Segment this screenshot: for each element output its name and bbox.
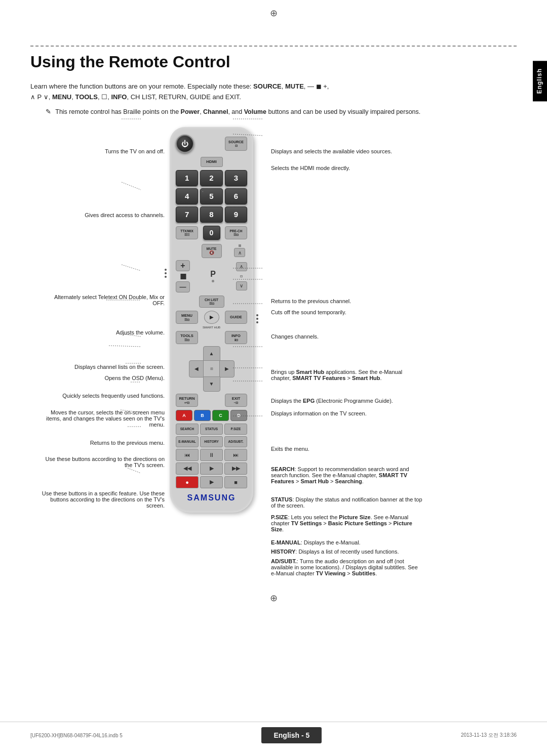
return-label: RETURN <box>179 396 194 401</box>
annotation-history-desc: HISTORY: Displays a list of recently use… <box>271 549 423 555</box>
vol-plus-button[interactable]: + <box>176 260 190 271</box>
annotation-volume: Adjusts the volume. <box>63 329 165 335</box>
center-nav-button[interactable]: ▶ <box>204 311 219 324</box>
dpad-left-button[interactable]: ◀ <box>189 360 204 377</box>
search-button[interactable]: SEARCH <box>176 424 199 435</box>
hdmi-button[interactable]: HDMI <box>201 157 223 167</box>
prech-button[interactable]: PRE-CH ☰⊡ <box>225 226 247 239</box>
annotation-ch-change-text: Changes channels. <box>271 333 382 340</box>
func-row-1: SEARCH STATUS P.SIZE <box>176 424 247 435</box>
ch-up-button[interactable]: ∧ <box>234 248 245 257</box>
skip-fwd-button[interactable]: ⏭ <box>224 449 247 461</box>
tools-icon: ☰⊡ <box>184 338 189 342</box>
dpad-down-button[interactable]: ▼ <box>203 376 220 392</box>
num-7-button[interactable]: 7 <box>176 206 198 223</box>
intro-ch-icons: ∧ P ∨ <box>30 93 49 101</box>
num-4-button[interactable]: 4 <box>176 188 198 204</box>
num-0-button[interactable]: 0 <box>203 226 220 240</box>
num-8-button[interactable]: 8 <box>200 206 222 223</box>
mute-row: MUTE 🔇 ∧ <box>176 244 247 258</box>
intro-plus: +, <box>322 82 329 90</box>
return-exit-row: RETURN ↩⊡ EXIT −⊡ <box>176 394 247 407</box>
num-5-button[interactable]: 5 · <box>200 188 222 204</box>
exit-button[interactable]: EXIT −⊡ <box>225 394 247 407</box>
ff-button[interactable]: ▶▶ <box>224 463 247 475</box>
menu-guide-row: MENU ☰⊡ ▶ GUIDE <box>176 311 247 324</box>
media-row-2: ◀◀ ▶ ▶▶ <box>176 463 247 475</box>
psize-button[interactable]: P.SIZE <box>224 424 247 435</box>
ch-up2-button[interactable]: ∧ <box>236 262 247 271</box>
menu-button[interactable]: MENU ☰⊡ <box>176 311 198 324</box>
play-button[interactable]: ▶ <box>200 463 223 475</box>
tools-button[interactable]: TOOLS ☰⊡ <box>176 331 198 344</box>
annotation-psize-desc-text: P.SIZE: Lets you select the Picture Size… <box>271 514 423 532</box>
volume-area: + ◼ — P ∧ ⊡ ∨ <box>176 260 247 292</box>
color-d-button[interactable]: D <box>230 410 247 421</box>
annotation-mute: Cuts off the sound temporarily. <box>271 309 403 315</box>
history-button[interactable]: HISTORY <box>200 436 223 447</box>
emanual-button[interactable]: E-MANUAL <box>176 436 199 447</box>
annotation-search-desc: SEARCH: Support to recommendation search… <box>271 466 423 484</box>
color-buttons-row: A B C D <box>176 410 247 421</box>
dot-l3 <box>165 276 167 278</box>
registration-mark: ⊕ <box>270 8 278 18</box>
chlist-button[interactable]: CH LIST ☰⊡ <box>199 296 224 308</box>
tools-info-row: TOOLS ☰⊡ INFO ℹ⊡ <box>176 331 247 344</box>
basic-picture-bold: Basic Picture Settings <box>328 520 387 526</box>
dot-l1 <box>165 269 167 271</box>
remote-control: ⏻ SOURCE ⊡ HDMI 1 2 3 <box>170 127 253 513</box>
dpad-right-button[interactable]: ▶ <box>219 360 235 377</box>
note-icon: ✎ <box>46 108 51 115</box>
rew-button[interactable]: ◀◀ <box>176 463 199 475</box>
num-9-button[interactable]: 9 <box>225 206 247 223</box>
dot-indicator <box>239 244 241 247</box>
source-button[interactable]: SOURCE ⊡ <box>225 137 247 151</box>
adsubt-button[interactable]: AD/SUBT. <box>224 436 247 447</box>
annotation-special-btns: Use these buttons in a specific feature.… <box>38 490 165 509</box>
annotation-chlist-text: Displays channel lists on the screen. <box>46 364 165 370</box>
num-2-button[interactable]: 2 <box>200 170 222 186</box>
annotation-exit: Exits the menu. <box>271 446 382 452</box>
number-pad: 1 2 3 4 5 · 6 7 8 9 <box>176 170 247 223</box>
page-title: Using the Remote Control <box>30 53 517 71</box>
num-1-button[interactable]: 1 <box>176 170 198 186</box>
ttx-button[interactable]: TTX/MIX ☰☷ <box>176 226 198 239</box>
annotation-psize-desc: P.SIZE: Lets you select the Picture Size… <box>271 514 423 532</box>
dpad-center-button[interactable]: ⊞ <box>203 360 220 377</box>
pause-button[interactable]: ⏸ <box>200 449 223 461</box>
stop-button[interactable]: ■ <box>224 476 247 488</box>
intro-menu: , <box>49 93 52 101</box>
num-6-button[interactable]: 6 <box>225 188 247 204</box>
status-button[interactable]: STATUS <box>200 424 223 435</box>
media-row-1: ⏮ ⏸ ⏭ <box>176 449 247 461</box>
guide-button[interactable]: GUIDE <box>225 311 247 324</box>
ttx-label: TTX/MIX <box>180 229 193 233</box>
annotation-info: Displays information on the TV screen. <box>271 410 413 416</box>
note-volume-bold: Volume <box>244 108 266 115</box>
color-b-button[interactable]: B <box>194 410 211 421</box>
play2-button[interactable]: ▶ <box>200 476 223 488</box>
power-button[interactable]: ⏻ <box>176 135 194 153</box>
reg-mark-bottom: ⊕ <box>30 593 517 604</box>
color-a-button[interactable]: A <box>176 410 192 421</box>
return-button[interactable]: RETURN ↩⊡ <box>176 394 198 407</box>
annotation-prev-menu-text: Returns to the previous menu. <box>46 440 165 446</box>
info-button[interactable]: INFO ℹ⊡ <box>225 331 247 344</box>
ch-down-button[interactable]: ∨ <box>236 281 247 290</box>
title-border <box>30 46 517 47</box>
rec-button[interactable]: ● <box>176 476 199 488</box>
color-c-button[interactable]: C <box>212 410 229 421</box>
skip-back-button[interactable]: ⏮ <box>176 449 199 461</box>
dpad-up-button[interactable]: ▲ <box>203 346 220 361</box>
dot-r3 <box>256 321 258 323</box>
num-3-button[interactable]: 3 <box>225 170 247 186</box>
annotation-adsubt-desc: AD/SUBT.: Turns the audio description on… <box>271 558 423 576</box>
p-section: P <box>210 270 216 282</box>
subtitles-bold: Subtitles <box>352 570 375 576</box>
remote-top-row: ⏻ SOURCE ⊡ <box>176 135 247 153</box>
annotation-smart-hub: Brings up Smart Hub applications. See th… <box>271 369 413 381</box>
intro-paragraph: Learn where the function buttons are on … <box>30 81 517 103</box>
tools-label: TOOLS <box>180 333 193 338</box>
vol-minus-button[interactable]: — <box>176 281 190 292</box>
mute-button[interactable]: MUTE 🔇 <box>202 244 222 258</box>
